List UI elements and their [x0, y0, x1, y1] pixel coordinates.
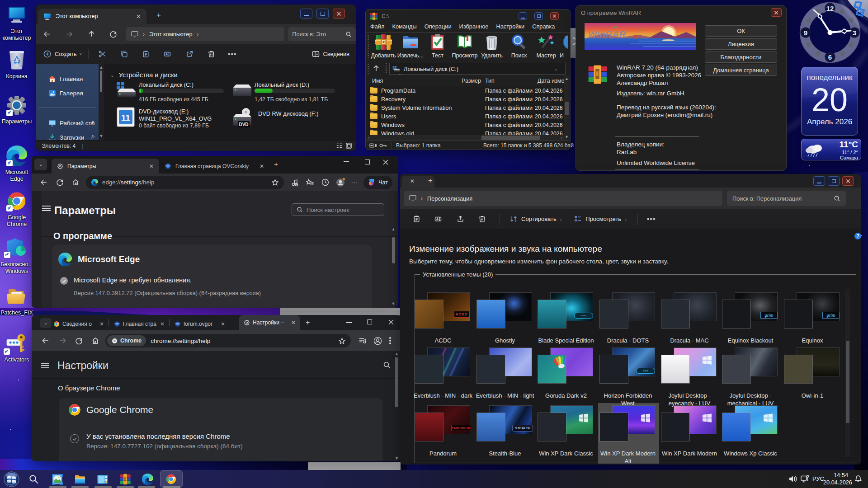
svg-text:12: 12: [826, 5, 834, 12]
svg-text:DVD: DVD: [239, 122, 248, 127]
svg-text:6: 6: [828, 53, 832, 61]
svg-text:3: 3: [853, 29, 856, 37]
svg-text:WinRAR: WinRAR: [588, 29, 627, 39]
svg-text:9: 9: [804, 29, 807, 37]
svg-text:11: 11: [121, 113, 131, 122]
